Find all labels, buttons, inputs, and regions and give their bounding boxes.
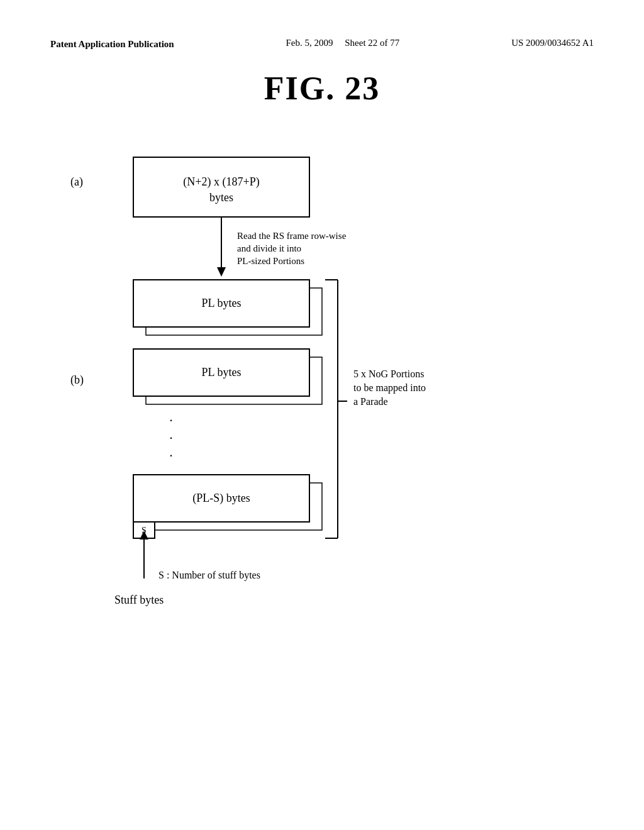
dots-1: . (169, 409, 173, 424)
arrow-text-3: PL-sized Portions (237, 256, 304, 266)
part-a-label: (a) (70, 175, 83, 189)
brace-label-1: 5 x NoG Portions (353, 368, 424, 379)
arrow-text-1: Read the RS frame row-wise (237, 231, 347, 241)
sheet-label: Sheet 22 of 77 (345, 38, 399, 48)
brace-label-3: a Parade (353, 396, 388, 407)
dots-2: . (169, 426, 173, 442)
box-a-text-line2: bytes (209, 191, 233, 204)
arrow-text-2: and divide it into (237, 243, 301, 253)
header-center: Feb. 5, 2009 Sheet 22 of 77 (286, 38, 400, 48)
figure-title: FIG. 23 (50, 70, 594, 107)
brace-label-2: to be mapped into (353, 382, 426, 394)
box-b2-text: PL bytes (202, 366, 242, 379)
dots-3: . (169, 444, 173, 460)
header-left: Patent Application Publication (50, 38, 174, 51)
date-label: Feb. 5, 2009 (286, 38, 333, 48)
box-last-text: (PL-S) bytes (192, 492, 250, 505)
page: Patent Application Publication Feb. 5, 2… (0, 0, 644, 830)
header: Patent Application Publication Feb. 5, 2… (50, 38, 594, 51)
publication-label: Patent Application Publication (50, 39, 174, 49)
box-a-text-line1: (N+2) x (187+P) (183, 175, 259, 189)
header-right: US 2009/0034652 A1 (511, 38, 594, 48)
arrow-down-head (217, 267, 226, 277)
diagram-svg: (a) (N+2) x (187+P) bytes Read the RS fr… (52, 138, 592, 704)
stuff-bytes-label: Stuff bytes (114, 594, 164, 606)
patent-number-label: US 2009/0034652 A1 (511, 38, 594, 48)
box-b1-text: PL bytes (202, 297, 242, 309)
part-b-label: (b) (70, 374, 84, 387)
s-desc-text: S : Number of stuff bytes (158, 570, 260, 581)
